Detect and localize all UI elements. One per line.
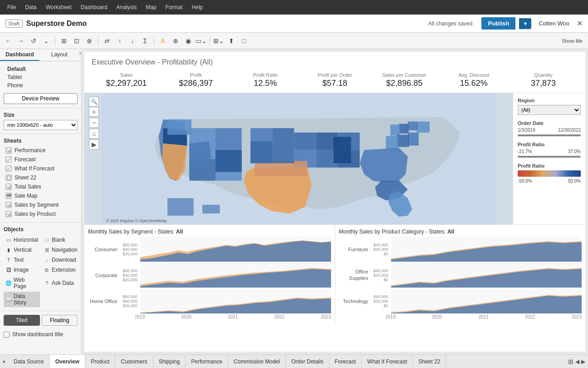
size-select[interactable]: min 1000x620 - auto — [4, 120, 78, 130]
kpi-quantity-value: 37,873 — [509, 79, 578, 88]
close-button[interactable]: ✕ — [577, 19, 583, 28]
bt-scroll-right-icon[interactable]: ▶ — [581, 358, 585, 365]
corporate-chart — [140, 263, 331, 288]
kpi-sales-value: $2,297,201 — [92, 79, 161, 88]
toolbar-swap-btn[interactable]: ⇄ — [102, 35, 113, 46]
obj-download[interactable]: ↓ Download — [42, 255, 79, 264]
device-default[interactable]: Default — [4, 65, 78, 73]
toolbar-fit-btn[interactable]: ⊞⌄ — [213, 35, 224, 46]
toolbar-device-btn[interactable]: □ — [239, 35, 250, 46]
color-max-label: 50.0% — [568, 179, 581, 184]
sheet-icon-sheet22: 📋 — [5, 174, 12, 181]
publish-button[interactable]: Publish — [481, 17, 515, 30]
download-icon: ↓ — [44, 257, 50, 263]
obj-horizontal[interactable]: ▭ Horizontal — [4, 235, 40, 244]
bt-add-tab-icon[interactable]: ⊞ — [568, 358, 573, 365]
obj-webpage[interactable]: 🌐 Web Page — [4, 275, 40, 291]
bottom-tab-datasource[interactable]: Data Source — [8, 355, 50, 368]
menu-map[interactable]: Map — [142, 2, 160, 12]
menu-worksheet[interactable]: Worksheet — [42, 2, 75, 12]
technology-chart — [391, 288, 582, 313]
bottom-tab-commission[interactable]: Commission Model — [228, 355, 286, 368]
map-filter-panel: Region (All) Order Date 1/3/2019 12/30/2… — [513, 93, 585, 224]
toolbar-sum-btn[interactable]: Σ — [140, 35, 151, 46]
profit-ratio-slider[interactable] — [518, 156, 581, 158]
toolbar-down-btn[interactable]: ⌄ — [41, 35, 52, 46]
bottom-tab-sheet22[interactable]: Sheet 22 — [413, 355, 446, 368]
map-area[interactable]: 🔍 + − ⌂ ▶ — [84, 93, 513, 224]
obj-vertical[interactable]: ▮ Vertical — [4, 245, 40, 254]
content-area: Executive Overview - Profitability (All)… — [82, 49, 588, 354]
objects-label: Objects — [4, 226, 78, 233]
toolbar-tooltip-btn[interactable]: ⊕ — [170, 35, 181, 46]
bottom-tab-whatif[interactable]: What If Forecast — [362, 355, 413, 368]
toolbar-size-btn[interactable]: ▭⌄ — [196, 35, 206, 46]
toolbar-back-btn[interactable]: ← — [3, 35, 14, 46]
toolbar-mark-type-btn[interactable]: ◉ — [183, 35, 194, 46]
sheet-item-total-sales[interactable]: 📊 Total Sales — [4, 182, 78, 191]
sheet-item-sale-map[interactable]: 🗺 Sale Map — [4, 191, 78, 200]
menu-format[interactable]: Format — [162, 2, 186, 12]
menu-data[interactable]: Data — [21, 2, 40, 12]
toolbar-export-btn[interactable]: ⬆ — [226, 35, 237, 46]
menu-dashboard[interactable]: Dashboard — [77, 2, 111, 12]
svg-rect-24 — [167, 119, 191, 135]
obj-blank[interactable]: □ Blank — [42, 235, 79, 244]
sidebar-collapse-btn[interactable]: › — [79, 49, 81, 61]
sheet-item-sales-segment[interactable]: 📊 Sales by Segment — [4, 200, 78, 209]
toolbar: ← → ↺ ⌄ ⊞ ⊡ ⊗ ⇄ ↑ ↓ Σ A ⊕ ◉ ▭⌄ ⊞⌄ ⬆ □ Sh… — [0, 33, 588, 49]
toolbar-sort-desc-btn[interactable]: ↓ — [127, 35, 138, 46]
obj-image[interactable]: 🖼 Image — [4, 265, 40, 274]
menu-file[interactable]: File — [4, 2, 20, 12]
obj-label-webpage: Web Page — [14, 277, 38, 289]
obj-extension[interactable]: ⧉ Extension — [42, 265, 79, 274]
show-me-btn[interactable]: Show Me — [559, 35, 585, 46]
toolbar-sort-asc-btn[interactable]: ↑ — [114, 35, 125, 46]
bottom-tab-customers[interactable]: Customers — [115, 355, 153, 368]
menu-help[interactable]: Help — [188, 2, 207, 12]
bottom-tab-shipping[interactable]: Shipping — [153, 355, 186, 368]
device-preview-button[interactable]: Device Preview — [4, 93, 78, 104]
consumer-chart — [140, 237, 331, 262]
publish-dropdown-button[interactable]: ▼ — [519, 18, 531, 29]
bottom-tab-forecast[interactable]: Forecast — [329, 355, 362, 368]
toolbar-duplicate-btn[interactable]: ⊡ — [71, 35, 82, 46]
sheet-item-sheet22[interactable]: 📋 Sheet 22 — [4, 173, 78, 182]
device-phone[interactable]: Phone — [4, 81, 78, 90]
right-x-axis: 20192020202120222023 — [339, 314, 582, 319]
obj-navigation[interactable]: ⊞ Navigation — [42, 245, 79, 254]
bottom-tab-product[interactable]: Product — [85, 355, 115, 368]
map-section: 🔍 + − ⌂ ▶ — [84, 93, 585, 225]
bottom-tab-overview[interactable]: Overview — [50, 355, 85, 368]
bottom-tab-performance[interactable]: Performance — [186, 355, 228, 368]
obj-text[interactable]: T Text — [4, 255, 40, 264]
sheet-item-forecast[interactable]: 📈 Forecast — [4, 155, 78, 164]
date-slider[interactable] — [518, 134, 581, 136]
toolbar-clear-btn[interactable]: ⊗ — [84, 35, 95, 46]
obj-label-vertical: Vertical — [14, 247, 31, 253]
sidebar-tab-dashboard[interactable]: Dashboard — [0, 49, 39, 61]
sidebar-tab-layout[interactable]: Layout — [39, 49, 79, 61]
sheet-item-whatif-forecast[interactable]: 📈 What If Forecast — [4, 164, 78, 173]
user-name[interactable]: Colten Woo — [539, 20, 569, 27]
sheet-item-performance[interactable]: 📊 Performance — [4, 146, 78, 155]
bottom-tab-orderdetails[interactable]: Order Details — [286, 355, 329, 368]
toolbar-forward-btn[interactable]: → — [15, 35, 26, 46]
device-tablet[interactable]: Tablet — [4, 73, 78, 81]
sheet-item-sales-product[interactable]: 📊 Sales by Product — [4, 209, 78, 219]
region-filter-select[interactable]: (All) — [518, 105, 581, 115]
menu-analysis[interactable]: Analysis — [113, 2, 141, 12]
toolbar-highlight-btn[interactable]: A — [157, 35, 168, 46]
bt-scroll-left-icon[interactable]: ◀ — [575, 358, 579, 365]
floating-button[interactable]: Floating — [42, 315, 78, 326]
profit-ratio-filter-title: Profit Ratio — [518, 142, 581, 147]
right-chart-panel: Monthly Sales by Product Category - Stat… — [335, 225, 586, 323]
obj-askdata[interactable]: ? Ask Data — [42, 275, 79, 291]
device-options: Default Tablet Phone — [4, 65, 78, 90]
toolbar-new-sheet-btn[interactable]: ⊞ — [59, 35, 69, 46]
tiled-button[interactable]: Tiled — [4, 315, 40, 326]
obj-datastory[interactable]: 📖 Data Story — [4, 292, 40, 307]
obj-label-horizontal: Horizontal — [14, 237, 38, 243]
toolbar-replay-btn[interactable]: ↺ — [28, 35, 39, 46]
show-title-checkbox[interactable] — [4, 332, 10, 338]
